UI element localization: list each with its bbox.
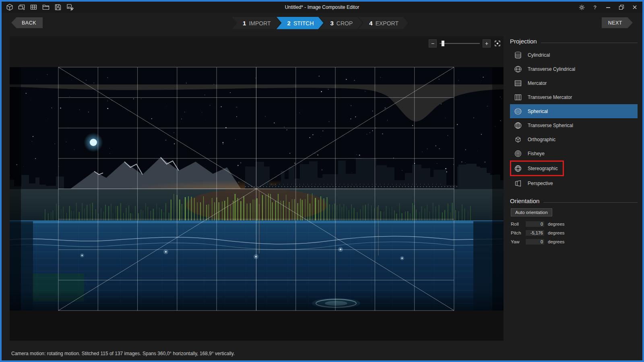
roll-row: Roll degrees bbox=[511, 221, 638, 227]
back-button[interactable]: BACK bbox=[11, 17, 43, 28]
step-stitch-number: 2 bbox=[287, 20, 291, 27]
step-stitch-label: STITCH bbox=[293, 20, 314, 27]
step-crop-label: CROP bbox=[336, 20, 353, 27]
step-export[interactable]: 4EXPORT bbox=[358, 17, 408, 29]
header-rule bbox=[543, 202, 638, 203]
save-icon[interactable] bbox=[54, 4, 62, 11]
step-crop-number: 3 bbox=[330, 20, 334, 27]
left-vignette bbox=[10, 67, 21, 311]
moon bbox=[90, 139, 97, 146]
zoom-slider-handle[interactable] bbox=[442, 41, 444, 46]
close-icon[interactable] bbox=[631, 4, 638, 11]
projection-item-orthographic[interactable]: Orthographic bbox=[510, 132, 638, 146]
bottom-fade bbox=[10, 290, 504, 311]
yaw-label: Yaw bbox=[511, 239, 525, 244]
mercator-projection-icon bbox=[513, 80, 523, 87]
step-export-number: 4 bbox=[369, 20, 372, 27]
step-crop[interactable]: 3CROP bbox=[320, 17, 363, 29]
new-panorama-icon[interactable] bbox=[18, 4, 25, 11]
step-import-label: IMPORT bbox=[249, 20, 270, 27]
projection-item-cylindrical[interactable]: Cylindrical bbox=[510, 48, 638, 62]
panorama-image bbox=[10, 36, 504, 341]
settings-gear-icon[interactable] bbox=[578, 4, 585, 11]
main-content: − + Projection Cylindrical bbox=[2, 33, 642, 347]
roll-input[interactable] bbox=[525, 221, 545, 227]
step-export-label: EXPORT bbox=[376, 20, 398, 27]
zoom-controls: − + bbox=[429, 39, 502, 47]
app-window: Untitled* - Image Composite Editor ? BAC… bbox=[0, 0, 644, 362]
zoom-slider[interactable] bbox=[440, 39, 480, 47]
orientation-panel: Orientation Auto orientation Roll degree… bbox=[510, 197, 638, 245]
auto-orientation-button[interactable]: Auto orientation bbox=[511, 208, 552, 216]
pitch-input[interactable] bbox=[525, 230, 545, 236]
yaw-input[interactable] bbox=[525, 239, 545, 245]
zoom-in-button[interactable]: + bbox=[483, 39, 491, 47]
projection-item-spherical[interactable]: Spherical bbox=[510, 104, 638, 118]
app-logo-icon[interactable] bbox=[6, 4, 13, 11]
orientation-panel-title: Orientation bbox=[510, 197, 539, 204]
window-controls: ? bbox=[578, 4, 638, 11]
orientation-panel-header: Orientation bbox=[510, 197, 638, 204]
projection-item-fisheye[interactable]: Fisheye bbox=[510, 146, 638, 160]
maximize-icon[interactable] bbox=[618, 4, 625, 11]
projection-list: Cylindrical Transverse Cylindrical Merca… bbox=[510, 48, 638, 190]
projection-item-transverse-spherical[interactable]: Transverse Spherical bbox=[510, 118, 638, 132]
fit-to-view-button[interactable] bbox=[493, 39, 502, 47]
zoom-out-button[interactable]: − bbox=[429, 39, 437, 47]
projection-panel-header: Projection bbox=[510, 38, 638, 45]
wizard-steps: 1IMPORT 2STITCH 3CROP 4EXPORT bbox=[236, 17, 408, 29]
yaw-row: Yaw degrees bbox=[511, 239, 638, 245]
stitch-preview-canvas[interactable]: − + bbox=[10, 36, 504, 341]
status-bar: Camera motion: rotating motion. Stitched… bbox=[2, 347, 642, 360]
step-import[interactable]: 1IMPORT bbox=[232, 17, 281, 29]
step-navigation: BACK 1IMPORT 2STITCH 3CROP 4EXPORT NEXT bbox=[2, 13, 642, 33]
fit-to-view-icon bbox=[494, 40, 501, 47]
pitch-unit: degrees bbox=[548, 230, 565, 235]
orthographic-projection-icon bbox=[513, 136, 523, 143]
projection-item-mercator[interactable]: Mercator bbox=[510, 76, 638, 90]
pitch-row: Pitch degrees bbox=[511, 230, 638, 236]
yaw-unit: degrees bbox=[548, 239, 565, 244]
roll-label: Roll bbox=[511, 222, 525, 226]
stereographic-projection-icon bbox=[513, 165, 523, 172]
perspective-projection-icon bbox=[513, 180, 523, 187]
new-structured-panorama-icon[interactable] bbox=[30, 4, 37, 11]
help-icon[interactable]: ? bbox=[591, 4, 599, 11]
save-as-icon[interactable] bbox=[66, 4, 74, 11]
window-title: Untitled* - Image Composite Editor bbox=[2, 4, 642, 10]
transverse-mercator-projection-icon bbox=[513, 94, 523, 101]
transverse-spherical-projection-icon bbox=[513, 122, 523, 129]
projection-item-transverse-cylindrical[interactable]: Transverse Cylindrical bbox=[510, 62, 638, 76]
projection-item-transverse-mercator[interactable]: Transverse Mercator bbox=[510, 90, 638, 104]
pitch-label: Pitch bbox=[511, 230, 525, 235]
minimize-icon[interactable] bbox=[605, 4, 612, 11]
stitch-grid-overlay bbox=[58, 67, 454, 311]
status-text: Camera motion: rotating motion. Stitched… bbox=[11, 351, 235, 356]
header-rule bbox=[541, 43, 638, 43]
step-stitch[interactable]: 2STITCH bbox=[277, 17, 324, 29]
open-file-icon[interactable] bbox=[42, 4, 50, 11]
titlebar: Untitled* - Image Composite Editor ? bbox=[2, 2, 642, 13]
transverse-cylindrical-projection-icon bbox=[513, 66, 523, 73]
spherical-projection-icon bbox=[513, 108, 523, 115]
next-button[interactable]: NEXT bbox=[602, 17, 633, 28]
right-vignette bbox=[492, 67, 504, 311]
sidebar: Projection Cylindrical Transverse Cylind… bbox=[504, 33, 642, 347]
projection-item-perspective[interactable]: Perspective bbox=[510, 176, 638, 190]
cylindrical-projection-icon bbox=[513, 51, 523, 59]
projection-item-stereographic[interactable]: Stereographic bbox=[510, 160, 564, 176]
roll-unit: degrees bbox=[548, 222, 565, 226]
fisheye-projection-icon bbox=[513, 150, 523, 157]
zoom-slider-track bbox=[440, 43, 480, 44]
step-import-number: 1 bbox=[243, 20, 246, 27]
projection-panel-title: Projection bbox=[510, 38, 537, 45]
field-edge-band bbox=[10, 220, 504, 223]
toolbar bbox=[6, 4, 74, 11]
